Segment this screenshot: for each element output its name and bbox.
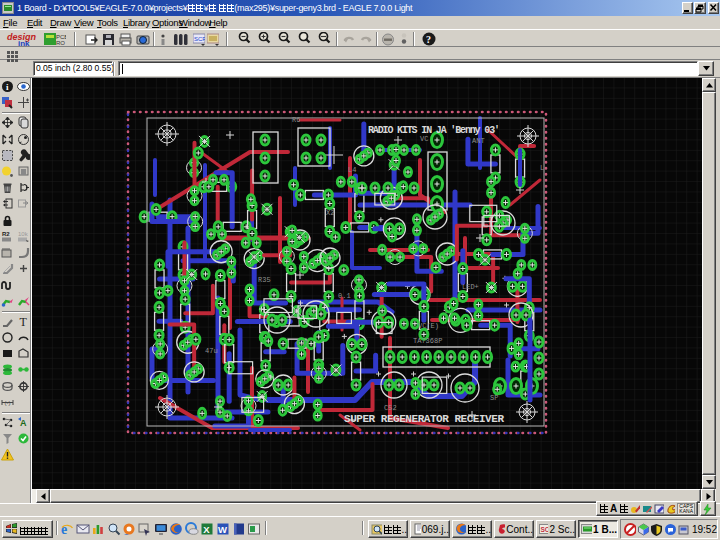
svg-text:SP: SP xyxy=(490,394,498,402)
svg-text:0.1: 0.1 xyxy=(338,292,351,300)
svg-text:R2: R2 xyxy=(2,231,10,237)
svg-text:RO: RO xyxy=(56,40,65,46)
svg-text:SCH: SCH xyxy=(541,526,549,533)
svg-text:L4: L4 xyxy=(348,166,356,174)
svg-text:R35: R35 xyxy=(258,276,271,284)
svg-text:T: T xyxy=(20,315,28,328)
svg-text:R6: R6 xyxy=(292,116,300,124)
svg-text:SUPER REGENERATOR RECEIVER: SUPER REGENERATOR RECEIVER xyxy=(344,413,504,425)
svg-text:(-): (-) xyxy=(5,400,11,406)
svg-text:VC(E): VC(E) xyxy=(418,322,439,330)
svg-text:LED+: LED+ xyxy=(462,283,479,291)
svg-text:C52: C52 xyxy=(384,404,397,412)
svg-text:VC: VC xyxy=(420,135,428,143)
svg-text:RADIO KITS IN JA 'Benny 03': RADIO KITS IN JA 'Benny 03' xyxy=(368,125,500,136)
svg-text:X: X xyxy=(204,524,211,535)
svg-text:W: W xyxy=(218,524,227,535)
svg-text:ANT: ANT xyxy=(472,137,485,145)
svg-text:TA7368P: TA7368P xyxy=(413,337,442,345)
svg-text:ink: ink xyxy=(18,39,30,47)
svg-text:47u: 47u xyxy=(205,347,218,355)
svg-text:?: ? xyxy=(426,34,431,45)
svg-text:A: A xyxy=(20,418,27,428)
svg-text:SCR: SCR xyxy=(194,36,205,42)
svg-text:L: L xyxy=(540,164,544,172)
svg-text:C27: C27 xyxy=(296,339,309,347)
svg-text:X2: X2 xyxy=(326,209,334,217)
svg-text:e: e xyxy=(61,522,67,536)
svg-text:10k: 10k xyxy=(18,231,29,237)
